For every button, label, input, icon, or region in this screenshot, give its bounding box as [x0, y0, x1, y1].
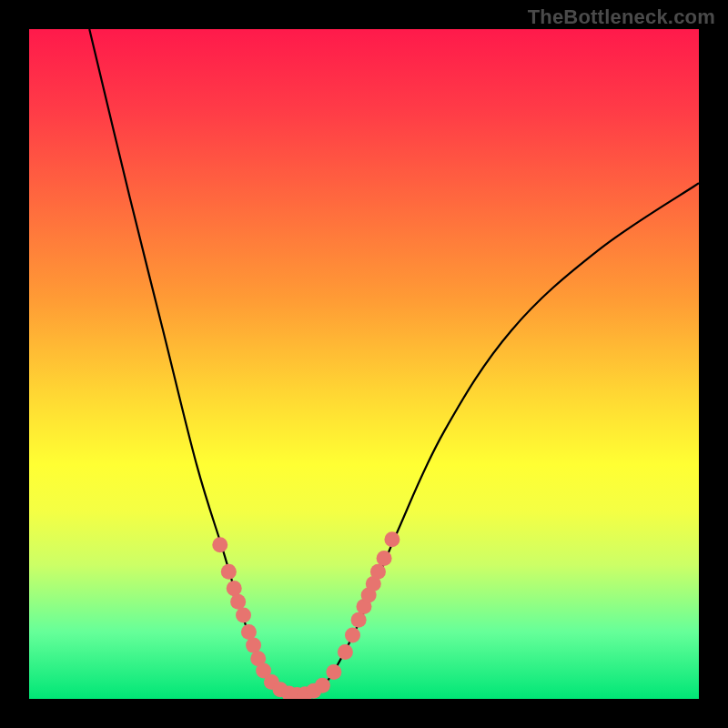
- curve-marker: [326, 664, 341, 680]
- chart-svg: [29, 29, 699, 699]
- plot-area: [29, 29, 699, 699]
- curve-marker: [377, 551, 392, 566]
- curve-marker: [384, 531, 399, 547]
- marker-group: [212, 531, 399, 699]
- curve-marker: [246, 638, 261, 653]
- curve-marker: [212, 537, 228, 552]
- curve-marker: [236, 608, 251, 623]
- curve-marker: [230, 594, 246, 610]
- chart-frame: TheBottleneck.com: [0, 0, 728, 728]
- bottleneck-curve: [89, 29, 699, 699]
- curve-marker: [221, 564, 237, 580]
- curve-marker: [338, 644, 353, 660]
- curve-marker: [315, 678, 330, 693]
- curve-marker: [345, 628, 360, 643]
- curve-marker: [351, 612, 367, 628]
- watermark-text: TheBottleneck.com: [528, 5, 715, 29]
- curve-marker: [370, 564, 386, 580]
- curve-marker: [227, 581, 242, 596]
- curve-marker: [241, 624, 257, 640]
